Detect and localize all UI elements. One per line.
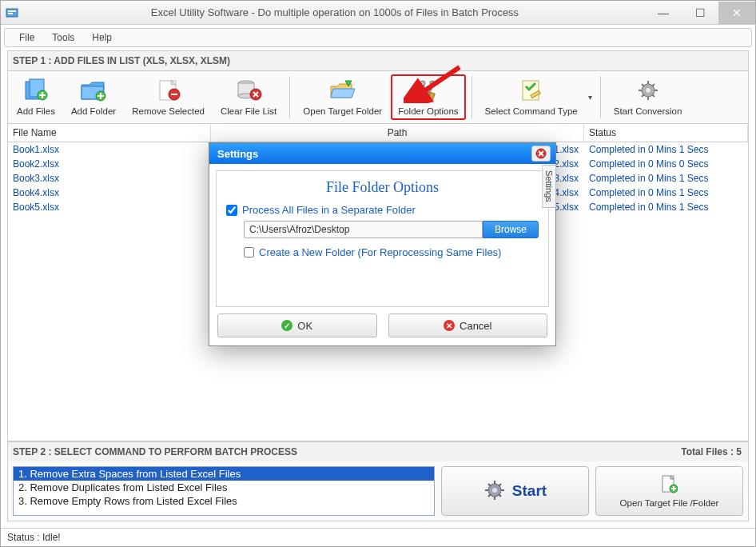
- svg-point-18: [420, 81, 425, 86]
- svg-rect-2: [8, 13, 13, 14]
- settings-side-tab[interactable]: Settings: [542, 165, 556, 208]
- document-plus-icon: [660, 474, 678, 496]
- window-controls: — ☐ ✕: [645, 2, 755, 24]
- output-path-input[interactable]: [244, 221, 483, 238]
- cell-filename: Book5.xlsx: [8, 200, 211, 214]
- select-command-type-button[interactable]: Select Command Type: [478, 74, 585, 120]
- select-command-dropdown-icon[interactable]: ▾: [587, 93, 595, 102]
- open-target-folder-button[interactable]: Open Target Folder: [296, 74, 389, 120]
- process-separate-folder-row[interactable]: Process All Files in a Separate Folder: [226, 204, 539, 216]
- dialog-title-text: Settings: [217, 148, 258, 160]
- col-header-filename[interactable]: File Name: [8, 124, 211, 142]
- dialog-titlebar[interactable]: Settings: [209, 143, 555, 164]
- menu-file[interactable]: File: [11, 30, 42, 45]
- svg-point-25: [646, 88, 651, 93]
- dialog-cancel-button[interactable]: ✕ Cancel: [388, 313, 548, 337]
- dialog-ok-button[interactable]: ✓ OK: [217, 313, 377, 337]
- command-item[interactable]: 2. Remove Duplicates from Listed Excel F…: [14, 481, 434, 494]
- cell-filename: Book1.xlsx: [8, 142, 211, 157]
- close-button[interactable]: ✕: [718, 2, 755, 24]
- minimize-button[interactable]: —: [645, 2, 682, 24]
- svg-rect-22: [523, 81, 539, 100]
- folder-options-button[interactable]: Folder Options: [391, 74, 465, 120]
- svg-rect-10: [97, 95, 104, 97]
- command-item[interactable]: 3. Remove Empty Rows from Listed Excel F…: [14, 494, 434, 508]
- statusbar: Status : Idle!: [1, 528, 755, 546]
- cell-status: Completed in 0 Mins 0 Secs: [584, 157, 748, 171]
- dialog-close-button[interactable]: [531, 146, 551, 162]
- add-files-label: Add Files: [17, 106, 55, 116]
- open-target-folder-label: Open Target Folder: [303, 106, 382, 116]
- svg-rect-13: [171, 94, 177, 95]
- table-header: File Name Path Status: [8, 124, 748, 142]
- step2-body: 1. Remove Extra Spaces from Listed Excel…: [8, 461, 748, 521]
- step1-header: STEP 1 : ADD FILES IN LIST (XLS, XLSX, X…: [8, 51, 748, 71]
- open-target-file-button[interactable]: Open Target File /Folder: [595, 466, 743, 516]
- start-button[interactable]: Start: [441, 466, 589, 516]
- dialog-ok-label: OK: [297, 320, 312, 332]
- process-separate-folder-checkbox[interactable]: [226, 205, 237, 216]
- cell-status: Completed in 0 Mins 1 Secs: [584, 171, 748, 186]
- dialog-cancel-label: Cancel: [460, 320, 491, 332]
- ok-icon: ✓: [281, 320, 292, 331]
- cancel-icon: ✕: [444, 320, 455, 331]
- process-separate-folder-label: Process All Files in a Separate Folder: [242, 204, 416, 216]
- cell-status: Completed in 0 Mins 1 Secs: [584, 186, 748, 200]
- maximize-button[interactable]: ☐: [682, 2, 718, 24]
- col-header-path[interactable]: Path: [211, 124, 584, 142]
- app-window: Excel Utility Software - Do multiple ope…: [0, 0, 756, 547]
- col-header-status[interactable]: Status: [584, 124, 748, 142]
- cell-status: Completed in 0 Mins 1 Secs: [584, 142, 748, 157]
- svg-rect-1: [8, 10, 16, 12]
- total-files-label: Total Files : 5: [674, 442, 748, 461]
- folder-options-label: Folder Options: [398, 106, 458, 116]
- remove-selected-icon: [154, 78, 183, 103]
- step2-header: STEP 2 : SELECT COMMAND TO PERFORM BATCH…: [8, 442, 674, 461]
- start-conversion-label: Start Conversion: [614, 106, 682, 116]
- create-new-folder-row[interactable]: Create a New Folder (For Reprocessing Sa…: [244, 246, 539, 258]
- add-files-button[interactable]: Add Files: [10, 74, 62, 120]
- app-title: Excel Utility Software - Do multiple ope…: [25, 6, 645, 18]
- settings-dialog: Settings Settings File Folder Options Pr…: [209, 142, 556, 346]
- add-folder-label: Add Folder: [71, 106, 116, 116]
- create-new-folder-label: Create a New Folder (For Reprocessing Sa…: [259, 246, 501, 258]
- gear-icon: [483, 479, 506, 504]
- menubar: File Tools Help: [4, 28, 752, 47]
- folder-options-icon: [414, 78, 443, 103]
- add-folder-icon: [79, 78, 108, 103]
- remove-selected-button[interactable]: Remove Selected: [125, 74, 212, 120]
- titlebar: Excel Utility Software - Do multiple ope…: [1, 1, 755, 25]
- create-new-folder-checkbox[interactable]: [244, 247, 254, 258]
- cell-filename: Book2.xlsx: [8, 157, 211, 171]
- add-folder-button[interactable]: Add Folder: [64, 74, 123, 120]
- svg-rect-32: [671, 488, 676, 489]
- command-list[interactable]: 1. Remove Extra Spaces from Listed Excel…: [13, 466, 435, 516]
- start-conversion-button[interactable]: Start Conversion: [607, 74, 690, 120]
- clear-list-label: Clear File List: [221, 106, 277, 116]
- cell-filename: Book4.xlsx: [8, 186, 211, 200]
- svg-rect-7: [39, 94, 46, 96]
- start-label: Start: [512, 482, 547, 500]
- dialog-heading: File Folder Options: [226, 179, 539, 196]
- add-files-icon: [22, 78, 50, 103]
- menu-help[interactable]: Help: [84, 30, 120, 45]
- clear-list-icon: [234, 78, 263, 103]
- svg-point-19: [430, 81, 435, 86]
- remove-selected-label: Remove Selected: [132, 106, 205, 116]
- app-icon: [6, 6, 18, 19]
- svg-point-28: [492, 488, 497, 493]
- browse-button[interactable]: Browse: [483, 221, 539, 238]
- start-conversion-icon: [634, 78, 662, 103]
- clear-list-button[interactable]: Clear File List: [213, 74, 284, 120]
- select-command-type-label: Select Command Type: [485, 106, 578, 116]
- cell-filename: Book3.xlsx: [8, 171, 211, 186]
- open-target-folder-icon: [328, 78, 357, 103]
- cell-status: Completed in 0 Mins 1 Secs: [584, 200, 748, 214]
- toolbar: Add Files Add Folder Remove Selected: [8, 71, 748, 124]
- command-item[interactable]: 1. Remove Extra Spaces from Listed Excel…: [14, 467, 434, 481]
- menu-tools[interactable]: Tools: [44, 30, 82, 45]
- select-command-type-icon: [517, 78, 546, 103]
- open-target-file-label: Open Target File /Folder: [620, 498, 719, 508]
